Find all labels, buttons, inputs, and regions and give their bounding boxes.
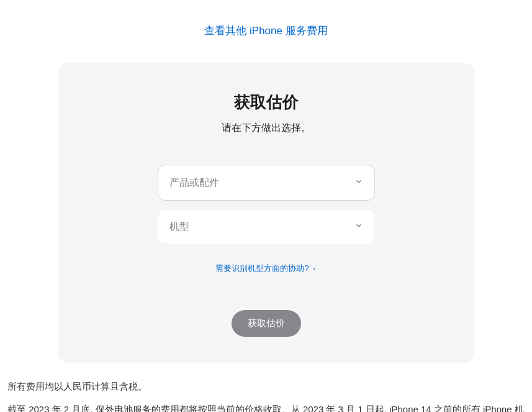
other-service-fees-link[interactable]: 查看其他 iPhone 服务费用	[0, 0, 532, 38]
help-link-text: 需要识别机型方面的协助?	[215, 263, 309, 274]
card-subtitle: 请在下方做出选择。	[77, 122, 456, 135]
chevron-right-icon	[312, 264, 317, 273]
get-estimate-button[interactable]: 获取估价	[232, 310, 301, 337]
product-select-placeholder: 产品或配件	[169, 176, 219, 190]
identify-model-help-link[interactable]: 需要识别机型方面的协助?	[215, 263, 316, 274]
chevron-down-icon	[354, 177, 363, 188]
model-select-placeholder: 机型	[169, 221, 189, 234]
model-select[interactable]: 机型	[158, 209, 375, 244]
footer-notes: 所有费用均以人民币计算且含税。 截至 2023 年 2 月底, 保外电池服务的费…	[0, 363, 532, 412]
card-title: 获取估价	[77, 91, 456, 113]
footer-line-1: 所有费用均以人民币计算且含税。	[7, 378, 525, 396]
footer-line-2: 截至 2023 年 2 月底, 保外电池服务的费用都将按照当前的价格收取。从 2…	[7, 401, 525, 413]
product-select[interactable]: 产品或配件	[158, 165, 375, 201]
chevron-down-icon	[354, 221, 363, 232]
estimate-card: 获取估价 请在下方做出选择。 产品或配件 机型 需要识别机型方面的协助? 获取估…	[58, 63, 474, 363]
